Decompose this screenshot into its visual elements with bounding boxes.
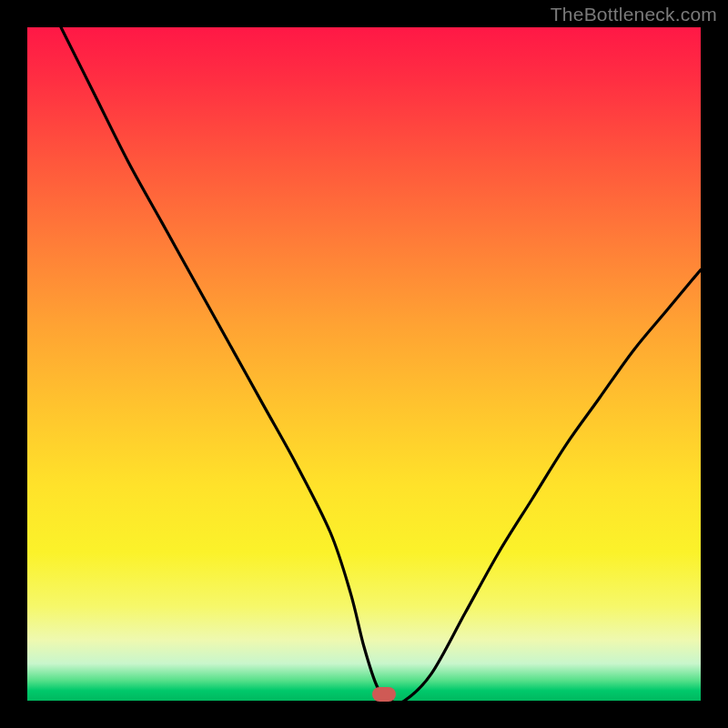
bottleneck-curve <box>27 27 701 701</box>
chart-frame: TheBottleneck.com <box>0 0 728 728</box>
watermark-text: TheBottleneck.com <box>551 4 717 25</box>
plot-area <box>27 27 701 701</box>
optimal-point-marker <box>372 687 396 702</box>
